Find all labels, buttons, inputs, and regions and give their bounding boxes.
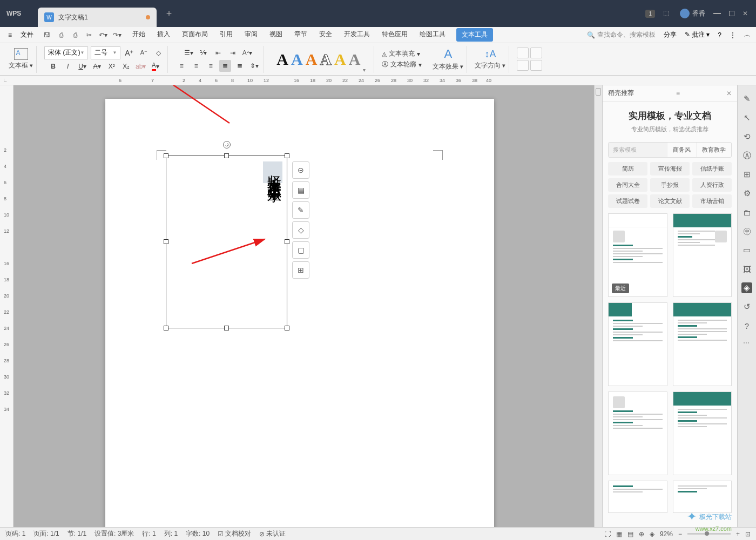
vertical-text[interactable]: 竖排文字怎么居中显示 xyxy=(263,161,282,183)
tab-security[interactable]: 安全 xyxy=(318,28,333,42)
strip-link-icon[interactable]: ⟲ xyxy=(741,131,752,142)
grow-font-icon[interactable]: A⁺ xyxy=(123,47,135,59)
cat-resume[interactable]: 简历 xyxy=(608,162,647,176)
strip-more-icon[interactable]: ⋯ xyxy=(743,339,751,347)
search-tag-business[interactable]: 商务风 xyxy=(667,143,696,157)
font-size-select[interactable]: 二号▼ xyxy=(91,46,120,59)
italic-button[interactable]: I xyxy=(62,60,74,72)
fill-shape-icon[interactable]: ◇ xyxy=(292,221,309,239)
resize-handle-ml[interactable] xyxy=(164,239,168,244)
annotate-button[interactable]: ✎ 批注 ▾ xyxy=(685,30,710,39)
resize-handle-tr[interactable] xyxy=(285,153,289,158)
search-tag-education[interactable]: 教育教学 xyxy=(696,143,731,157)
tab-modified-dot[interactable] xyxy=(146,15,150,19)
styles-more-icon[interactable]: ▾ xyxy=(363,67,366,73)
textbox-icon[interactable]: A xyxy=(14,48,28,60)
status-page[interactable]: 页面: 1/1 xyxy=(33,529,59,538)
cat-marketing[interactable]: 市场营销 xyxy=(692,194,732,208)
hamburger-icon[interactable]: ≡ xyxy=(5,30,15,40)
resize-handle-mr[interactable] xyxy=(285,239,289,244)
more-icon[interactable]: ⋮ xyxy=(730,31,736,39)
font-name-select[interactable]: 宋体 (正文)▼ xyxy=(44,46,88,59)
status-words[interactable]: 字数: 10 xyxy=(186,529,210,538)
new-tab-button[interactable]: + xyxy=(161,8,177,19)
cat-hr[interactable]: 人资行政 xyxy=(692,178,732,192)
print-preview-icon[interactable]: ⎙ xyxy=(56,30,66,40)
strikethrough-button[interactable]: A▾ xyxy=(91,60,103,72)
bold-button[interactable]: B xyxy=(48,60,59,72)
more-options-icon[interactable]: ⊞ xyxy=(292,261,309,279)
status-line[interactable]: 行: 1 xyxy=(142,529,156,538)
highlight-button[interactable]: ab▾ xyxy=(135,60,147,72)
strip-table-icon[interactable]: ⊞ xyxy=(741,169,752,180)
strip-edit-icon[interactable]: ✎ xyxy=(741,93,752,104)
template-search-input[interactable]: 搜索模板 xyxy=(609,143,667,157)
collapse-ribbon-icon[interactable]: ︿ xyxy=(744,30,751,39)
strip-settings-icon[interactable]: ⚙ xyxy=(741,188,752,199)
cat-exam[interactable]: 试题试卷 xyxy=(608,194,647,208)
notification-badge[interactable]: 1 xyxy=(645,10,655,18)
wrap-square-icon[interactable]: ▤ xyxy=(292,181,309,199)
text-fill-button[interactable]: ◬ 文本填充 ▾ xyxy=(382,49,422,58)
strip-translate-icon[interactable]: ㊥ xyxy=(741,226,752,237)
text-direction-icon[interactable]: ↕A xyxy=(484,49,496,60)
bullet-list-icon[interactable]: ☰▾ xyxy=(183,47,195,59)
strip-font-icon[interactable]: Ⓐ xyxy=(741,150,752,161)
canvas[interactable]: 竖排文字怎么居中显示 ⊝ ▤ ✎ ◇ ▢ ⊞ xyxy=(14,85,594,540)
document-tab[interactable]: W 文字文稿1 xyxy=(38,8,157,27)
status-proof[interactable]: ☑ 文档校对 xyxy=(218,529,251,538)
help-icon[interactable]: ? xyxy=(718,31,721,39)
ruler-vertical[interactable]: 2 4 6 8 10 12 16 18 20 22 24 26 28 30 32… xyxy=(0,85,14,540)
style-a-6[interactable]: A xyxy=(349,50,361,69)
undo-icon[interactable]: ↶▾ xyxy=(98,30,108,40)
textbox-label[interactable]: 文本框 ▾ xyxy=(9,61,33,70)
sort-icon[interactable]: Aᶻ▾ xyxy=(241,47,253,59)
status-pageno[interactable]: 页码: 1 xyxy=(5,529,25,538)
strip-help-icon[interactable]: ? xyxy=(741,320,752,331)
redo-icon[interactable]: ↷▾ xyxy=(112,30,122,40)
view-read-icon[interactable]: ▤ xyxy=(627,530,633,538)
outline-shape-icon[interactable]: ▢ xyxy=(292,241,309,259)
align-right-icon[interactable]: ≡ xyxy=(205,60,217,72)
status-col[interactable]: 列: 1 xyxy=(164,529,178,538)
strip-folder-icon[interactable]: 🗀 xyxy=(741,207,752,218)
ruler-horizontal[interactable]: ∟ 6 7 2 4 6 8 10 12 16 18 20 22 24 26 28… xyxy=(0,76,756,85)
cat-poster[interactable]: 宣传海报 xyxy=(650,162,690,176)
template-item[interactable] xyxy=(673,481,732,513)
style-a-5[interactable]: A xyxy=(334,50,346,69)
strip-select-icon[interactable]: ↖ xyxy=(741,112,752,123)
tab-drawtools[interactable]: 绘图工具 xyxy=(418,28,447,42)
indent-increase-icon[interactable]: ⇥ xyxy=(227,47,239,59)
underline-button[interactable]: U▾ xyxy=(77,60,89,72)
resize-handle-tm[interactable] xyxy=(224,153,229,158)
cut-icon[interactable]: ✂ xyxy=(84,30,94,40)
cat-contract[interactable]: 合同大全 xyxy=(608,178,647,192)
file-menu[interactable]: 文件 xyxy=(16,29,38,41)
style-a-2[interactable]: A xyxy=(291,50,303,69)
fullscreen-icon[interactable]: ⛶ xyxy=(604,530,611,538)
indent-decrease-icon[interactable]: ⇤ xyxy=(212,47,224,59)
tab-chapter[interactable]: 章节 xyxy=(293,28,308,42)
clear-format-icon[interactable]: ◇ xyxy=(152,47,164,59)
view-web-icon[interactable]: ⊕ xyxy=(639,530,644,538)
align-left-icon[interactable]: ≡ xyxy=(176,60,187,72)
share-button[interactable]: 分享 xyxy=(664,30,677,39)
strip-doc-icon[interactable]: ▭ xyxy=(741,245,752,255)
tab-reference[interactable]: 引用 xyxy=(219,28,234,42)
subscript-button[interactable]: X₂ xyxy=(120,60,132,72)
strip-template-icon[interactable]: ◈ xyxy=(741,282,752,293)
template-item[interactable] xyxy=(608,392,667,475)
sidepanel-resize-strip[interactable] xyxy=(594,85,602,540)
status-section[interactable]: 节: 1/1 xyxy=(68,529,86,538)
sidepanel-close-icon[interactable]: ✕ xyxy=(726,90,732,97)
sidepanel-menu-icon[interactable]: ≡ xyxy=(676,90,680,97)
zoom-in-icon[interactable]: + xyxy=(736,530,740,538)
print-icon[interactable]: ⎙ xyxy=(70,30,80,40)
view-outline-icon[interactable]: ◈ xyxy=(650,530,654,538)
resize-handle-br[interactable] xyxy=(285,326,289,330)
view-print-icon[interactable]: ▦ xyxy=(616,530,622,538)
misc-icon-4[interactable] xyxy=(530,60,542,71)
strip-image-icon[interactable]: 🖼 xyxy=(741,264,752,274)
command-search[interactable]: 🔍 查找命令、搜索模板 xyxy=(587,30,656,39)
close-button[interactable] xyxy=(742,10,748,17)
